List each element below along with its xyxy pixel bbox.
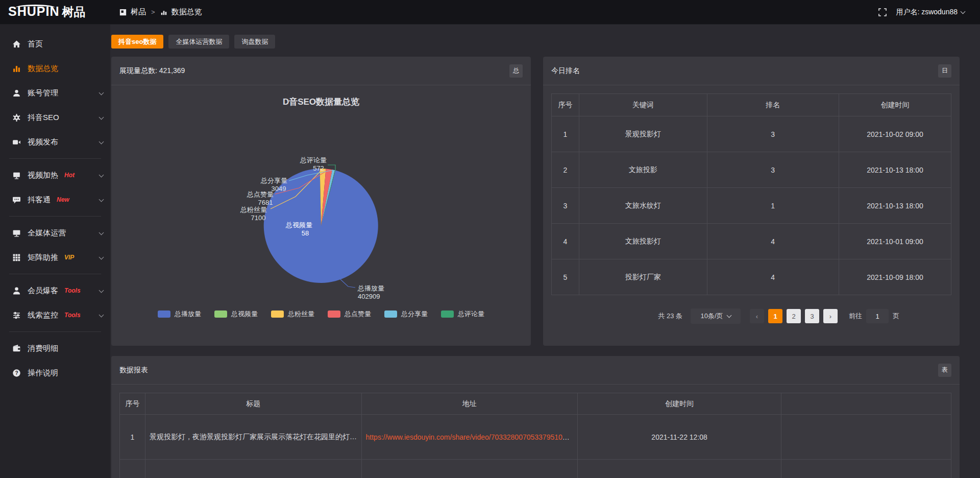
column-header: 创建时间 <box>578 393 781 415</box>
sidebar-item-badge: VIP <box>64 254 74 261</box>
sidebar-item-label: 抖客通 <box>28 195 51 205</box>
monitor-icon <box>12 229 21 237</box>
sidebar-item-data-overview[interactable]: 数据总览 <box>0 56 110 81</box>
table-cell: 4 <box>552 224 579 259</box>
legend-item[interactable]: 总视频量 <box>214 309 258 319</box>
sidebar-item-home[interactable]: 首页 <box>0 32 110 56</box>
next-page-button[interactable]: › <box>823 309 838 323</box>
legend-item[interactable]: 总点赞量 <box>328 309 371 319</box>
sidebar-divider <box>9 216 101 217</box>
today-rank-card: 今日排名 日 序号关键词排名创建时间1景观投影灯32021-10-02 09:0… <box>543 57 960 346</box>
legend-label: 总评论量 <box>458 309 484 319</box>
user-menu[interactable]: 用户名: zswodun88 <box>896 8 965 17</box>
chevron-down-icon <box>99 172 104 177</box>
table-cell: 景观投影灯，夜游景观投影灯厂家展示展示落花灯在花园里的灯光投影应用效果 # <box>145 415 362 460</box>
chevron-down-icon <box>961 9 966 14</box>
legend-label: 总粉丝量 <box>288 309 314 319</box>
chevron-down-icon <box>726 313 731 318</box>
prev-page-button[interactable]: ‹ <box>750 309 764 323</box>
column-header: 序号 <box>120 393 145 415</box>
grid-icon <box>12 253 21 262</box>
sidebar: 首页数据总览账号管理抖音SEO视频发布视频加热Hot抖客通New全媒体运营矩阵助… <box>0 25 110 478</box>
chevron-down-icon <box>99 254 104 259</box>
pie-value: 3049 <box>272 185 286 193</box>
page-button-2[interactable]: 2 <box>787 309 801 323</box>
legend-item[interactable]: 总播放量 <box>158 309 201 319</box>
chevron-down-icon <box>99 90 104 95</box>
legend-item[interactable]: 总分享量 <box>384 309 428 319</box>
tab-2[interactable]: 询盘数据 <box>234 35 275 49</box>
pie-label: 总播放量 <box>357 284 384 292</box>
sidebar-item-account-manage[interactable]: 账号管理 <box>0 81 110 105</box>
sidebar-item-clue-monitor[interactable]: 线索监控Tools <box>0 303 110 327</box>
person-icon <box>12 286 21 295</box>
legend-item[interactable]: 总评论量 <box>441 309 484 319</box>
sidebar-item-label: 全媒体运营 <box>28 228 66 238</box>
legend-swatch <box>328 310 340 318</box>
legend-item[interactable]: 总粉丝量 <box>271 309 314 319</box>
fullscreen-icon[interactable] <box>878 8 887 16</box>
sidebar-item-matrix-boost[interactable]: 矩阵助推VIP <box>0 245 110 270</box>
table-cell: 2021-10-13 18:00 <box>839 188 951 224</box>
pie-label-line <box>340 279 355 288</box>
table-badge[interactable]: 表 <box>938 364 951 377</box>
tab-1[interactable]: 全媒体运营数据 <box>168 35 229 49</box>
sliders-icon <box>12 311 21 320</box>
page-button-3[interactable]: 3 <box>805 309 819 323</box>
sidebar-divider <box>9 158 101 159</box>
video-icon <box>12 138 21 147</box>
sidebar-item-label: 消费明细 <box>28 344 58 353</box>
goto-unit-label: 页 <box>893 312 899 321</box>
sidebar-item-video-heat[interactable]: 视频加热Hot <box>0 163 110 187</box>
app-logo: SHUPIN 树品 <box>0 4 110 20</box>
table-cell: 投影灯厂家 <box>579 259 707 295</box>
sidebar-item-media-operation[interactable]: 全媒体运营 <box>0 221 110 245</box>
logo-text-cn: 树品 <box>62 4 85 20</box>
page-button-1[interactable]: 1 <box>768 309 782 323</box>
table-cell: 1 <box>707 188 839 224</box>
svg-text:?: ? <box>15 370 18 376</box>
sidebar-item-douyin-seo[interactable]: 抖音SEO <box>0 105 110 130</box>
legend-swatch <box>384 310 397 318</box>
total-badge[interactable]: 总 <box>509 64 523 78</box>
bar-chart-icon <box>12 64 21 73</box>
table-cell: 2 <box>552 152 579 188</box>
pie-label: 总粉丝量 <box>240 206 267 213</box>
sidebar-item-label: 首页 <box>28 39 43 49</box>
sidebar-divider <box>9 274 101 274</box>
breadcrumb-item-current: 数据总览 <box>172 7 202 17</box>
pie-label: 总点赞量 <box>247 190 274 198</box>
tab-0[interactable]: 抖音seo数据 <box>111 35 163 49</box>
column-header: 序号 <box>552 94 579 116</box>
user-icon <box>12 89 21 98</box>
table-cell: 2021-10-13 18:00 <box>839 152 951 188</box>
sidebar-item-operation-help[interactable]: ?操作说明 <box>0 361 110 385</box>
sidebar-divider <box>9 331 101 332</box>
goto-page-input[interactable] <box>866 309 889 323</box>
legend-swatch <box>214 310 227 318</box>
pie-value: 7100 <box>251 214 266 222</box>
day-badge[interactable]: 日 <box>938 64 951 78</box>
sidebar-item-douketong[interactable]: 抖客通New <box>0 187 110 212</box>
sidebar-item-consume-detail[interactable]: 消费明细 <box>0 336 110 361</box>
sidebar-item-label: 视频加热 <box>28 171 58 180</box>
legend-label: 总分享量 <box>401 309 428 319</box>
video-link[interactable]: https://www.iesdouyin.com/share/video/70… <box>366 433 578 441</box>
table-cell: 3 <box>707 152 839 188</box>
table-row: 3文旅水纹灯12021-10-13 18:00 <box>552 188 951 224</box>
sidebar-item-video-publish[interactable]: 视频发布 <box>0 130 110 154</box>
legend-label: 总点赞量 <box>345 309 371 319</box>
sidebar-item-member-baoke[interactable]: 会员爆客Tools <box>0 278 110 303</box>
legend-swatch <box>158 310 170 318</box>
page-size-select[interactable]: 10条/页 <box>691 308 741 324</box>
rank-card-title: 今日排名 <box>551 66 580 76</box>
breadcrumb-item-root[interactable]: 树品 <box>131 7 146 17</box>
column-header: 创建时间 <box>839 94 951 116</box>
pie-value: 402909 <box>358 293 380 300</box>
table-cell: 文旅投影灯 <box>579 224 707 259</box>
question-icon: ? <box>12 369 21 377</box>
report-table: 序号标题地址创建时间1景观投影灯，夜游景观投影灯厂家展示展示落花灯在花园里的灯光… <box>119 393 951 478</box>
sidebar-item-label: 会员爆客 <box>28 286 58 296</box>
pie-value: 7681 <box>258 199 273 206</box>
table-cell: https://www.iesdouyin.com/share/video/70… <box>361 415 578 460</box>
